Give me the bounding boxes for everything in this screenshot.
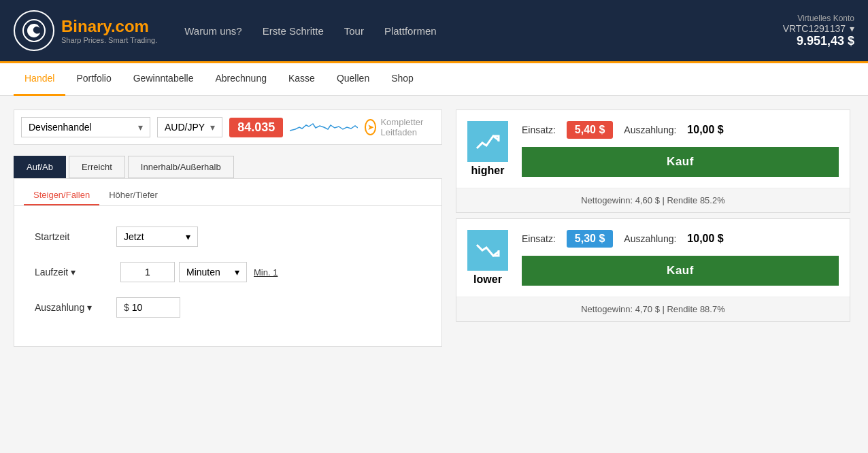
account-dropdown-icon[interactable]: ▾ [850, 23, 854, 34]
higher-icon [467, 121, 508, 162]
lower-card-footer: Nettogewinn: 4,70 $ | Rendite 88.7% [456, 297, 850, 321]
lower-buy-button[interactable]: Kauf [522, 256, 839, 286]
higher-details: Einsatz: 5,40 $ Auszahlung: 10,00 $ Kauf [522, 121, 839, 177]
trade-form-body: Startzeit Jetzt ▾ Laufzeit ▾ Minuten [14, 206, 441, 346]
main-content: Devisenhandel ▾ AUD/JPY ▾ 84.035 ➤ Kompl… [0, 96, 868, 453]
subtype-steigen[interactable]: Steigen/Fallen [24, 186, 99, 205]
instrument-select[interactable]: Devisenhandel ▾ [21, 117, 150, 137]
sub-nav-abrechnung[interactable]: Abrechnung [204, 63, 278, 96]
lower-details: Einsatz: 5,30 $ Auszahlung: 10,00 $ Kauf [522, 230, 839, 286]
lower-stake-value: 5,30 $ [567, 230, 613, 248]
tab-erreicht[interactable]: Erreicht [69, 156, 125, 178]
svg-point-0 [23, 20, 45, 41]
sub-nav: Handel Portfolio Gewinntabelle Abrechnun… [0, 63, 868, 96]
lower-payout-value: 10,00 $ [687, 233, 723, 245]
svg-rect-1 [474, 129, 501, 154]
duration-arrow: ▾ [71, 267, 76, 278]
duration-unit-select[interactable]: Minuten ▾ [179, 262, 247, 282]
trade-tabs: Auf/Ab Erreicht Innerhalb/Außerhalb [14, 156, 442, 178]
duration-input[interactable] [120, 262, 175, 282]
guide-button[interactable]: ➤ Kompletter Leitfaden [365, 117, 435, 137]
higher-payout-value: 10,00 $ [687, 124, 723, 136]
lower-stake-row: Einsatz: 5,30 $ Auszahlung: 10,00 $ [522, 230, 839, 248]
duration-row: Laufzeit ▾ Minuten ▾ Min. 1 [35, 262, 421, 282]
higher-card-footer: Nettogewinn: 4,60 $ | Rendite 85.2% [456, 188, 850, 212]
header: Binary.com Sharp Prices. Smart Trading. … [0, 0, 868, 61]
payout-label[interactable]: Auszahlung ▾ [35, 302, 116, 313]
account-balance: 9.951,43 $ [783, 34, 854, 48]
duration-label[interactable]: Laufzeit ▾ [35, 267, 116, 278]
payout-input-wrapper: $ [116, 297, 180, 318]
subtype-hoeher[interactable]: Höher/Tiefer [99, 186, 167, 205]
tab-innerhalb[interactable]: Innerhalb/Außerhalb [128, 156, 234, 178]
sub-nav-kasse[interactable]: Kasse [278, 63, 326, 96]
price-badge: 84.035 [229, 118, 283, 137]
higher-card-body: higher Einsatz: 5,40 $ Auszahlung: 10,00… [456, 110, 850, 188]
nav-getting-started[interactable]: Erste Schritte [263, 25, 324, 37]
trade-subtypes: Steigen/Fallen Höher/Tiefer [14, 179, 441, 206]
payout-value-input[interactable] [132, 302, 173, 313]
start-time-arrow: ▾ [186, 231, 190, 242]
tagline: Sharp Prices. Smart Trading. [61, 36, 157, 44]
logo-text: Binary.com Sharp Prices. Smart Trading. [61, 17, 157, 44]
sub-nav-quellen[interactable]: Quellen [326, 63, 380, 96]
higher-stake-row: Einsatz: 5,40 $ Auszahlung: 10,00 $ [522, 121, 839, 139]
nav-platforms[interactable]: Plattformen [384, 25, 437, 37]
brand-name: Binary.com [61, 17, 157, 36]
payout-arrow: ▾ [87, 302, 92, 313]
nav-why-us[interactable]: Warum uns? [184, 25, 241, 37]
mini-chart [290, 117, 358, 137]
higher-card: higher Einsatz: 5,40 $ Auszahlung: 10,00… [456, 110, 850, 213]
left-panel: Devisenhandel ▾ AUD/JPY ▾ 84.035 ➤ Kompl… [14, 110, 442, 439]
instrument-dropdown-icon: ▾ [138, 122, 143, 133]
start-time-select[interactable]: Jetzt ▾ [116, 227, 198, 247]
lower-card: lower Einsatz: 5,30 $ Auszahlung: 10,00 … [456, 218, 850, 322]
account-id: VRTC1291137 [783, 23, 846, 34]
pair-select[interactable]: AUD/JPY ▾ [157, 117, 222, 137]
start-time-row: Startzeit Jetzt ▾ [35, 227, 421, 247]
higher-stake-label: Einsatz: [522, 124, 556, 135]
instrument-bar: Devisenhandel ▾ AUD/JPY ▾ 84.035 ➤ Kompl… [14, 110, 442, 145]
sub-nav-handel[interactable]: Handel [14, 63, 65, 96]
tab-auf-ab[interactable]: Auf/Ab [14, 156, 66, 178]
lower-icon [467, 230, 508, 271]
lower-label: lower [473, 273, 502, 286]
higher-stake-value: 5,40 $ [567, 121, 613, 139]
sub-nav-gewinntabelle[interactable]: Gewinntabelle [122, 63, 205, 96]
duration-unit-arrow: ▾ [235, 267, 239, 278]
logo-icon [14, 10, 54, 51]
payout-row: Auszahlung ▾ $ [35, 297, 421, 318]
right-panel: higher Einsatz: 5,40 $ Auszahlung: 10,00… [456, 110, 850, 439]
higher-payout-label: Auszahlung: [624, 124, 676, 135]
higher-buy-button[interactable]: Kauf [522, 147, 839, 177]
lower-icon-wrapper: lower [467, 230, 508, 286]
pair-dropdown-icon: ▾ [210, 122, 215, 133]
sub-nav-shop[interactable]: Shop [380, 63, 424, 96]
lower-stake-label: Einsatz: [522, 233, 556, 244]
logo-area: Binary.com Sharp Prices. Smart Trading. [14, 10, 157, 51]
duration-min-label: Min. 1 [254, 267, 278, 278]
higher-icon-wrapper: higher [467, 121, 508, 177]
lower-payout-label: Auszahlung: [624, 233, 676, 244]
guide-icon: ➤ [365, 119, 376, 135]
start-time-label: Startzeit [35, 231, 116, 242]
nav-tour[interactable]: Tour [344, 25, 364, 37]
sub-nav-portfolio[interactable]: Portfolio [65, 63, 122, 96]
payout-currency: $ [124, 302, 129, 313]
trade-form: Steigen/Fallen Höher/Tiefer Startzeit Je… [14, 178, 442, 347]
account-type-label: Virtuelles Konto [783, 14, 854, 23]
lower-card-body: lower Einsatz: 5,30 $ Auszahlung: 10,00 … [456, 219, 850, 297]
main-nav: Warum uns? Erste Schritte Tour Plattform… [184, 25, 782, 37]
higher-label: higher [471, 165, 505, 177]
account-area[interactable]: Virtuelles Konto VRTC1291137 ▾ 9.951,43 … [783, 14, 854, 48]
